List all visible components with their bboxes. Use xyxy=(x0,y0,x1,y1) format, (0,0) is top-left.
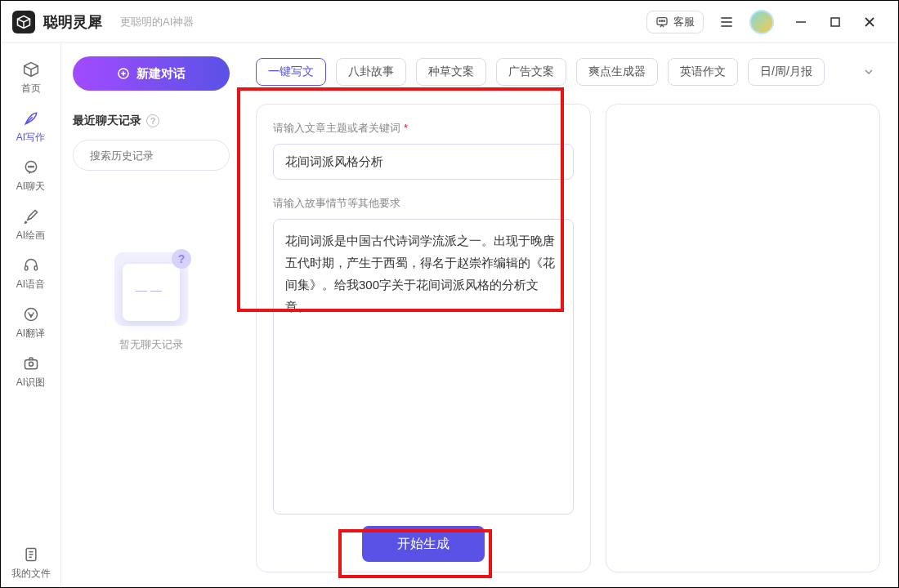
generate-button[interactable]: 开始生成 xyxy=(362,526,485,562)
history-search[interactable] xyxy=(73,140,230,171)
customer-service-button[interactable]: 客服 xyxy=(646,11,704,33)
output-panel xyxy=(606,104,880,572)
brush-icon xyxy=(22,207,40,225)
logo-block: 聪明灵犀 更聪明的AI神器 xyxy=(12,11,194,33)
nav-label: 首页 xyxy=(21,82,41,96)
maximize-icon xyxy=(830,17,840,27)
history-heading: 最近聊天记录 ? xyxy=(73,114,230,128)
history-search-input[interactable] xyxy=(90,149,227,162)
tab-hook-generator[interactable]: 爽点生成器 xyxy=(576,58,658,86)
nav-label: 我的文件 xyxy=(11,567,51,581)
sidebar-nav: 首页 AI写作 AI聊天 AI绘画 AI语音 AI翻译 AI识图 我 xyxy=(1,43,61,587)
translate-icon xyxy=(22,305,40,323)
nav-label: AI聊天 xyxy=(16,180,45,194)
svg-point-17 xyxy=(28,166,29,167)
chat-icon xyxy=(22,158,40,176)
app-name: 聪明灵犀 xyxy=(43,12,102,32)
help-icon[interactable]: ? xyxy=(146,114,159,127)
nav-ai-chat[interactable]: AI聊天 xyxy=(1,151,60,200)
svg-point-19 xyxy=(32,166,33,167)
app-tagline: 更聪明的AI神器 xyxy=(120,15,194,29)
nav-label: AI语音 xyxy=(16,278,45,292)
svg-rect-23 xyxy=(25,359,37,368)
customer-service-label: 客服 xyxy=(673,15,695,29)
nav-label: AI绘画 xyxy=(16,229,45,243)
home-icon xyxy=(22,60,40,78)
nav-my-files[interactable]: 我的文件 xyxy=(1,538,60,587)
plus-icon xyxy=(117,67,130,80)
minimize-icon xyxy=(795,16,807,28)
svg-point-18 xyxy=(30,166,31,167)
chevron-down-icon xyxy=(862,65,875,78)
new-chat-label: 新建对话 xyxy=(136,66,186,82)
detail-label: 请输入故事情节等其他要求 xyxy=(273,196,574,211)
main-area: 一键写文 八卦故事 种草文案 广告文案 爽点生成器 英语作文 日/周/月报 请输… xyxy=(241,43,898,587)
hamburger-menu-button[interactable] xyxy=(713,9,740,35)
feather-icon xyxy=(22,109,40,127)
history-empty-state: ? — — 暂无聊天记录 xyxy=(73,252,230,352)
topic-label-text: 请输入文章主题或者关键词 xyxy=(273,122,400,134)
window-maximize-button[interactable] xyxy=(818,9,852,35)
window-minimize-button[interactable] xyxy=(784,9,818,35)
nav-ai-voice[interactable]: AI语音 xyxy=(1,249,60,298)
svg-rect-20 xyxy=(25,265,27,270)
tabs-expand-toggle[interactable] xyxy=(857,60,880,83)
svg-point-4 xyxy=(661,20,662,21)
nav-ai-translate[interactable]: AI翻译 xyxy=(1,298,60,347)
required-asterisk-icon: * xyxy=(404,122,408,134)
svg-point-22 xyxy=(25,308,37,320)
tab-report[interactable]: 日/周/月报 xyxy=(748,58,825,86)
topic-label: 请输入文章主题或者关键词* xyxy=(273,121,574,136)
close-icon xyxy=(864,16,875,28)
tab-product-copy[interactable]: 种草文案 xyxy=(416,58,486,86)
history-column: 新建对话 最近聊天记录 ? ? — — 暂无聊天记录 xyxy=(61,43,241,587)
avatar[interactable] xyxy=(749,10,774,34)
camera-icon xyxy=(22,354,40,372)
history-title: 最近聊天记录 xyxy=(73,114,141,128)
app-logo-icon xyxy=(12,11,35,33)
empty-illustration-icon: ? — — xyxy=(114,252,188,326)
tab-ad-copy[interactable]: 广告文案 xyxy=(496,58,566,86)
window-close-button[interactable] xyxy=(852,9,887,35)
empty-text: 暂无聊天记录 xyxy=(73,337,230,352)
svg-point-3 xyxy=(660,20,660,21)
input-panel: 请输入文章主题或者关键词* 请输入故事情节等其他要求 开始生成 xyxy=(256,104,591,572)
svg-rect-10 xyxy=(831,18,839,26)
svg-rect-21 xyxy=(34,265,37,270)
nav-ai-paint[interactable]: AI绘画 xyxy=(1,200,60,249)
svg-point-24 xyxy=(29,362,33,366)
nav-home[interactable]: 首页 xyxy=(1,53,60,102)
svg-point-5 xyxy=(664,20,664,21)
topic-input[interactable] xyxy=(273,144,574,180)
nav-label: AI识图 xyxy=(16,376,45,390)
headset-icon xyxy=(22,256,40,274)
detail-textarea[interactable] xyxy=(273,219,574,514)
new-chat-button[interactable]: 新建对话 xyxy=(73,56,230,91)
nav-label: AI翻译 xyxy=(16,327,45,341)
tab-one-click-write[interactable]: 一键写文 xyxy=(256,58,326,86)
nav-label: AI写作 xyxy=(16,131,45,145)
nav-ai-writing[interactable]: AI写作 xyxy=(1,102,60,151)
hamburger-icon xyxy=(718,14,735,30)
chat-bubble-icon xyxy=(655,16,669,29)
nav-ai-vision[interactable]: AI识图 xyxy=(1,347,60,396)
tab-english-essay[interactable]: 英语作文 xyxy=(668,58,738,86)
file-icon xyxy=(22,546,40,564)
titlebar: 聪明灵犀 更聪明的AI神器 客服 xyxy=(1,1,898,43)
template-tabs: 一键写文 八卦故事 种草文案 广告文案 爽点生成器 英语作文 日/周/月报 xyxy=(256,58,880,86)
tab-gossip-story[interactable]: 八卦故事 xyxy=(336,58,406,86)
